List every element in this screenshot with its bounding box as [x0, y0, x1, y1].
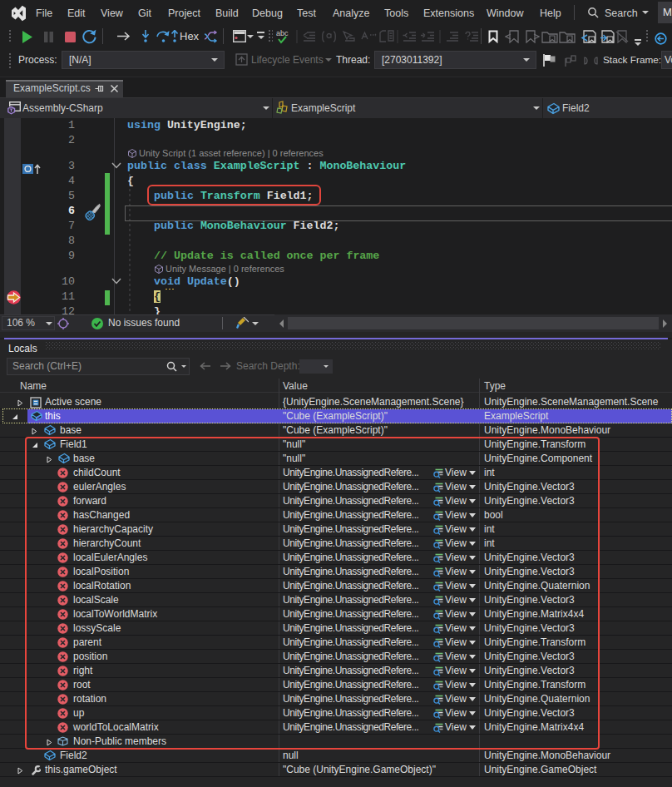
svg-text:abc: abc: [276, 29, 289, 37]
